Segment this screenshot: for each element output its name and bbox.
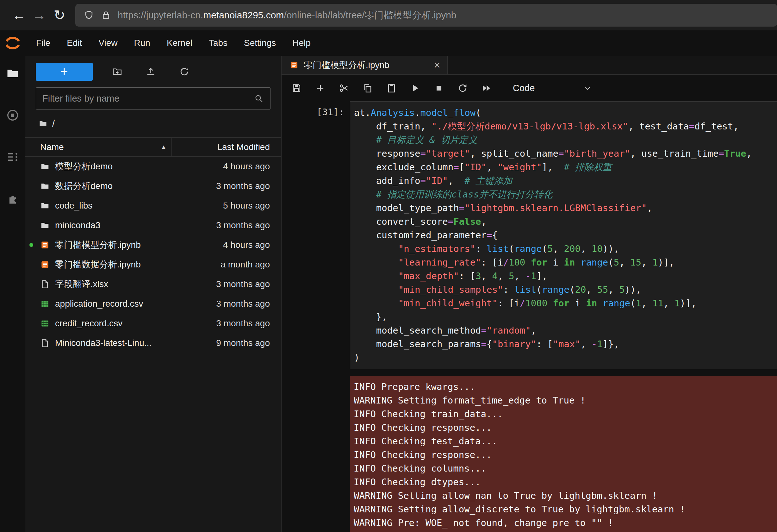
- browser-address-bar[interactable]: https://jupyterlab-cn.metanoia8295.com/o…: [75, 4, 777, 27]
- restart-icon: [457, 83, 468, 93]
- file-list: 模型分析demo4 hours ago数据分析demo3 months agoc…: [25, 156, 281, 532]
- close-icon[interactable]: ×: [434, 60, 440, 71]
- cell-type-dropdown[interactable]: Code: [513, 83, 592, 93]
- new-launcher-button[interactable]: [36, 63, 93, 81]
- paste-icon: [386, 83, 397, 93]
- new-folder-icon: [112, 67, 122, 77]
- refresh-icon: [179, 67, 190, 77]
- cell-output: INFO Prepare kwargs...WARNING Setting fo…: [350, 376, 777, 532]
- file-name: 数据分析demo: [55, 180, 113, 192]
- output-line: INFO Prepare kwargs...: [354, 380, 777, 394]
- notebook-content: [31]: at.Analysis.model_flow( df_train, …: [282, 101, 777, 532]
- stop-icon: [434, 83, 444, 93]
- browser-reload-button[interactable]: ↻: [49, 0, 70, 30]
- run-cell-button[interactable]: [405, 79, 425, 97]
- file-row[interactable]: 零门槛数据分析.ipynba month ago: [25, 255, 281, 275]
- menu-item-kernel[interactable]: Kernel: [158, 38, 201, 48]
- menu-item-tabs[interactable]: Tabs: [201, 38, 236, 48]
- browser-chrome: ← → ↻ https://jupyterlab-cn.metanoia8295…: [0, 0, 777, 30]
- save-button[interactable]: [287, 79, 306, 97]
- file-row[interactable]: 字段翻译.xlsx3 months ago: [25, 275, 281, 294]
- refresh-file-list-button[interactable]: [175, 62, 193, 81]
- file-browser-panel: / Name ▲ Last Modified 模型分析demo4 hours a…: [25, 56, 282, 532]
- file-row[interactable]: Miniconda3-latest-Linu...9 months ago: [25, 333, 281, 353]
- copy-cells-button[interactable]: [358, 79, 377, 97]
- file-row[interactable]: code_libs5 hours ago: [25, 196, 281, 216]
- file-row[interactable]: 模型分析demo4 hours ago: [25, 156, 281, 176]
- output-line: WARNING Setting allow_nan to True by lig…: [354, 489, 777, 503]
- menu-item-file[interactable]: File: [28, 38, 59, 48]
- running-dot-icon: [29, 243, 33, 247]
- code-line: # 目标定义 & 切片定义: [354, 133, 777, 147]
- notebook-tab[interactable]: 零门槛模型分析.ipynb ×: [282, 56, 448, 74]
- file-name: 零门槛数据分析.ipynb: [55, 258, 141, 271]
- new-folder-button[interactable]: [108, 62, 126, 81]
- save-icon: [292, 83, 302, 93]
- output-line: INFO Checking response...: [354, 421, 777, 434]
- menu-item-settings[interactable]: Settings: [236, 38, 284, 48]
- file-name: code_libs: [55, 201, 92, 211]
- code-editor[interactable]: at.Analysis.model_flow( df_train, "./模型分…: [350, 101, 777, 369]
- file-row[interactable]: 零门槛模型分析.ipynb4 hours ago: [25, 235, 281, 255]
- column-header-name[interactable]: Name ▲: [25, 138, 172, 156]
- breadcrumb-root[interactable]: /: [52, 118, 55, 129]
- restart-kernel-button[interactable]: [453, 79, 472, 97]
- url-text: https://jupyterlab-cn.metanoia8295.com/o…: [118, 9, 456, 22]
- home-folder-icon[interactable]: [38, 119, 47, 128]
- folder-icon: [40, 221, 50, 230]
- menu-item-run[interactable]: Run: [126, 38, 158, 48]
- output-gutter: [282, 376, 350, 532]
- cut-cells-button[interactable]: [334, 79, 354, 97]
- menu-item-help[interactable]: Help: [284, 38, 319, 48]
- jupyterlab-window: ← → ↻ https://jupyterlab-cn.metanoia8295…: [0, 0, 777, 532]
- file-modified: 3 months ago: [216, 181, 281, 191]
- file-row[interactable]: miniconda33 months ago: [25, 216, 281, 235]
- code-line: customized_parameter={: [354, 228, 777, 242]
- file-icon: [40, 338, 50, 348]
- file-modified: 3 months ago: [216, 318, 281, 328]
- shield-icon[interactable]: [84, 10, 94, 21]
- file-name: miniconda3: [55, 220, 100, 230]
- notebook-icon: [40, 240, 50, 250]
- upload-icon: [145, 67, 156, 77]
- breadcrumb: /: [25, 109, 281, 137]
- filter-files-input[interactable]: [42, 93, 254, 104]
- cell-gap: [282, 369, 777, 376]
- insert-cell-button[interactable]: [310, 79, 330, 97]
- activity-file-browser-icon[interactable]: [6, 67, 20, 80]
- browser-forward-button[interactable]: →: [29, 0, 49, 30]
- file-row[interactable]: application_record.csv3 months ago: [25, 294, 281, 314]
- folder-icon: [40, 181, 50, 191]
- code-line: # 指定使用训练的class并不进行打分转化: [354, 188, 777, 201]
- output-area: INFO Prepare kwargs...WARNING Setting fo…: [282, 376, 777, 532]
- code-line: "n_estimators": list(range(5, 200, 10)),: [354, 242, 777, 256]
- file-icon: [40, 280, 50, 289]
- chevron-down-icon: [583, 84, 592, 92]
- menu-item-edit[interactable]: Edit: [59, 38, 90, 48]
- tab-bar: 零门槛模型分析.ipynb ×: [282, 56, 777, 75]
- file-list-header: Name ▲ Last Modified: [25, 137, 281, 156]
- file-modified: a month ago: [221, 259, 281, 270]
- interrupt-kernel-button[interactable]: [429, 79, 449, 97]
- file-name: 模型分析demo: [55, 161, 113, 173]
- paste-cells-button[interactable]: [381, 79, 401, 97]
- csv-icon: [40, 319, 50, 328]
- restart-run-all-button[interactable]: [476, 79, 496, 97]
- file-row[interactable]: 数据分析demo3 months ago: [25, 176, 281, 196]
- menu-item-view[interactable]: View: [90, 38, 126, 48]
- code-line: "min_child_samples": list(range(20, 55, …: [354, 283, 777, 297]
- upload-button[interactable]: [141, 62, 160, 81]
- file-row[interactable]: credit_record.csv3 months ago: [25, 314, 281, 333]
- plus-icon: [59, 67, 69, 77]
- file-browser-toolbar: [25, 56, 281, 87]
- column-header-modified[interactable]: Last Modified: [172, 138, 281, 156]
- file-name: application_record.csv: [55, 299, 143, 309]
- output-line: INFO Checking test_data...: [354, 434, 777, 448]
- activity-running-kernels-icon[interactable]: [6, 108, 20, 122]
- activity-extensions-icon[interactable]: [6, 192, 20, 206]
- browser-back-button[interactable]: ←: [9, 0, 29, 30]
- activity-table-of-contents-icon[interactable]: [6, 150, 20, 164]
- lock-icon[interactable]: [101, 10, 111, 21]
- folder-icon: [40, 162, 50, 171]
- file-name: Miniconda3-latest-Linu...: [55, 338, 151, 348]
